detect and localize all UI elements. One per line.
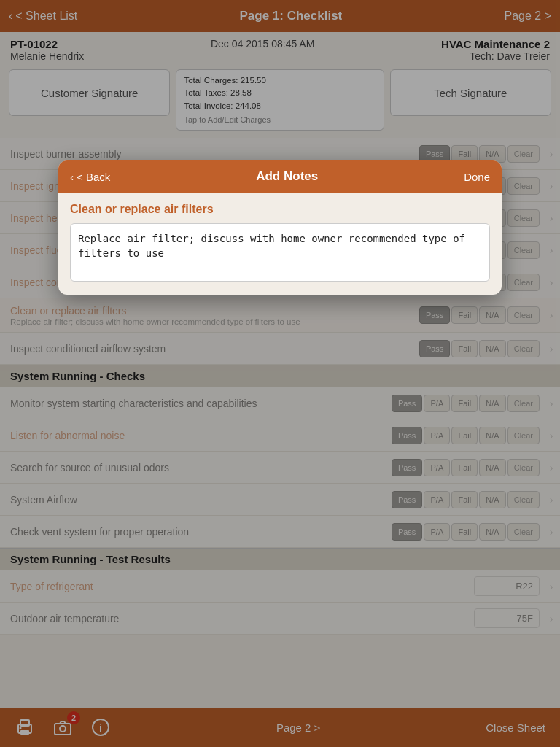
modal-back-chevron: ‹ xyxy=(70,171,74,183)
modal-note-textarea[interactable]: Replace air filter; discuss with home ow… xyxy=(70,223,490,282)
modal-overlay[interactable] xyxy=(0,0,560,747)
modal-header: ‹ < Back Add Notes Done xyxy=(58,160,502,193)
modal-back-label[interactable]: < Back xyxy=(77,171,110,183)
modal-title: Add Notes xyxy=(256,169,318,184)
modal-item-title: Clean or replace air filters xyxy=(70,203,490,216)
modal-done-button[interactable]: Done xyxy=(464,171,490,183)
modal-body: Clean or replace air filters Replace air… xyxy=(58,193,502,295)
modal-back-button[interactable]: ‹ < Back xyxy=(70,171,110,183)
add-notes-modal: ‹ < Back Add Notes Done Clean or replace… xyxy=(58,160,502,295)
